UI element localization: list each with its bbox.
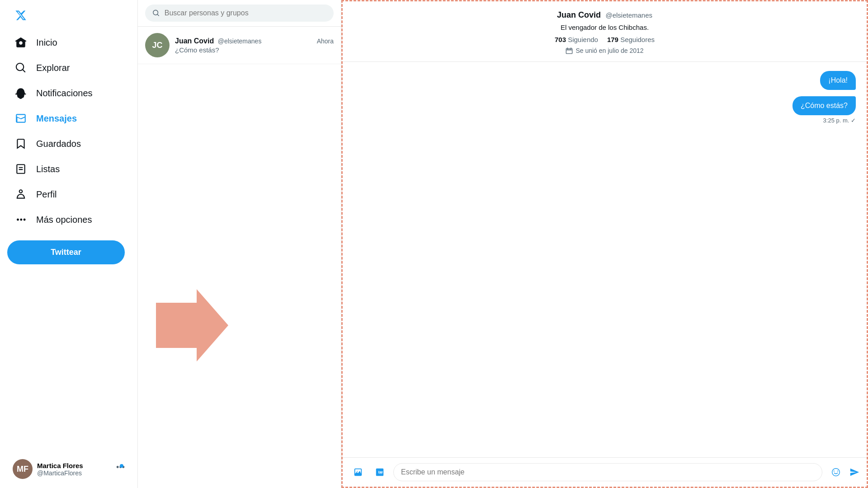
sidebar-item-listas[interactable]: Listas [7,157,130,181]
right-panel-inner: Juan Covid @elsietemanes El vengador de … [343,1,867,487]
tweet-button[interactable]: Twittear [7,240,125,264]
search-bar [138,0,341,27]
home-icon [14,36,27,49]
msg-time: 3:25 p. m. ✓ [823,117,856,124]
gif-icon [375,467,385,477]
sidebar-item-mensajes[interactable]: Mensajes [7,107,130,130]
conv-header: Juan Covid @elsietemanes Ahora [175,37,334,45]
search-input[interactable] [165,9,326,17]
right-panel: Juan Covid @elsietemanes El vengador de … [341,0,868,488]
search-input-wrap[interactable] [145,5,334,22]
person-icon [14,188,27,201]
send-button[interactable] [849,467,859,477]
photo-icon [353,467,363,477]
sidebar: Inicio Explorar Notificaciones Mensajes … [0,0,138,488]
twitter-logo[interactable] [7,4,130,27]
sidebar-item-explorar[interactable]: Explorar [7,56,130,80]
search-icon [152,9,160,17]
conv-handle: @elsietemanes [218,38,262,45]
sidebar-item-inicio-label: Inicio [36,38,57,48]
following-stat: 703 Siguiendo [555,36,598,43]
followers-stat: 179 Seguidores [607,36,655,43]
sidebar-footer[interactable]: MF Martica Flores @MarticaFlores ••• [7,454,130,484]
sidebar-item-inicio[interactable]: Inicio [7,31,130,54]
contact-name: Juan Covid [557,10,601,19]
photo-button[interactable] [350,464,366,480]
footer-user-handle: @MarticaFlores [37,469,112,477]
sidebar-item-notificaciones-label: Notificaciones [36,88,93,99]
message-bubble-como: ¿Cómo estás? 3:25 p. m. ✓ [354,94,856,124]
sidebar-item-notificaciones[interactable]: Notificaciones [7,81,130,105]
middle-panel: JC Juan Covid @elsietemanes Ahora ¿Cómo … [138,0,341,488]
conv-time: Ahora [317,38,334,45]
list-icon [14,163,27,175]
bookmark-icon [14,137,27,150]
conv-info: Juan Covid @elsietemanes Ahora ¿Cómo est… [175,37,334,54]
explore-icon [14,61,27,74]
avatar: MF [13,459,33,479]
message-bubble-hola: ¡Hola! [354,71,856,90]
sidebar-item-guardados[interactable]: Guardados [7,132,130,155]
conv-name: Juan Covid [175,37,214,45]
send-icon [849,467,859,477]
more-icon [14,213,27,226]
contact-stats: 703 Siguiendo 179 Seguidores [354,36,856,43]
emoji-icon [831,467,841,477]
contact-handle: @elsietemanes [605,11,652,19]
emoji-button[interactable] [828,464,844,480]
footer-user-name: Martica Flores [37,462,112,469]
bell-icon [14,87,27,99]
sidebar-item-listas-label: Listas [36,164,60,174]
sidebar-item-mas-opciones-label: Más opciones [36,215,92,225]
sidebar-item-mensajes-label: Mensajes [36,113,77,124]
sidebar-item-guardados-label: Guardados [36,139,81,149]
conversation-list: JC Juan Covid @elsietemanes Ahora ¿Cómo … [138,27,341,488]
message-input[interactable] [393,463,822,481]
bubble-como: ¿Cómo estás? [793,96,856,115]
sidebar-item-explorar-label: Explorar [36,63,70,73]
contact-joined: Se unió en julio de 2012 [354,47,856,54]
message-input-bar [343,457,867,487]
footer-more: ••• [116,463,125,476]
twitter-icon [14,9,27,22]
notification-dot [120,464,123,468]
bubble-hola: ¡Hola! [820,71,856,90]
sidebar-item-mas-opciones[interactable]: Más opciones [7,208,130,231]
contact-header: Juan Covid @elsietemanes El vengador de … [343,1,867,62]
conv-preview: ¿Cómo estás? [175,46,334,54]
conversation-item[interactable]: JC Juan Covid @elsietemanes Ahora ¿Cómo … [138,27,341,64]
contact-bio: El vengador de los Chibchas. [354,23,856,31]
footer-user-info: Martica Flores @MarticaFlores [37,462,112,477]
mail-icon [14,112,27,125]
sidebar-item-perfil-label: Perfil [36,189,57,200]
messages-area: ¡Hola! ¿Cómo estás? 3:25 p. m. ✓ [343,62,867,457]
conv-avatar: JC [145,33,170,57]
sidebar-item-perfil[interactable]: Perfil [7,183,130,206]
calendar-icon [566,47,573,54]
gif-button[interactable] [372,464,388,480]
